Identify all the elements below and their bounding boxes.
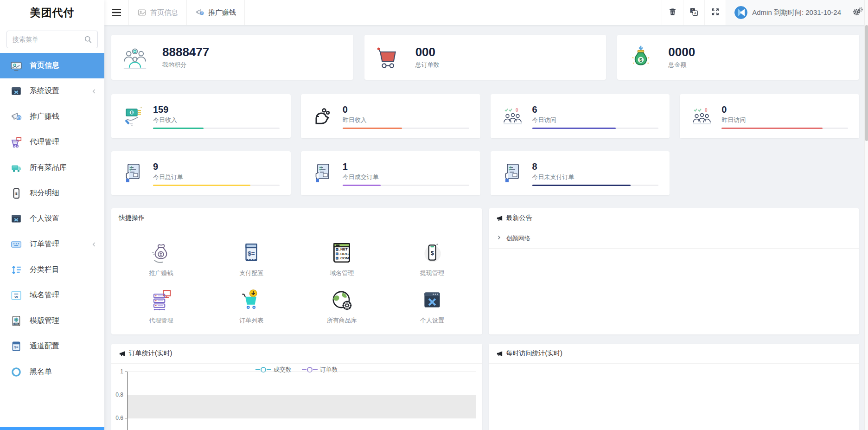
- order-stats-chart: 成交数 订单数 10.80.6: [111, 364, 482, 430]
- sidebar-item-home-info[interactable]: 首页信息: [0, 53, 104, 78]
- qa-domain-icon: .NET.ORG.COM: [329, 240, 354, 265]
- stat-progress-track: [153, 185, 280, 186]
- quick-action-domain-manage[interactable]: .NET.ORG.COM 域名管理: [297, 240, 387, 277]
- sidebar-item-dishes-library[interactable]: 所有菜品库: [0, 155, 104, 180]
- svg-text:$=: $=: [248, 250, 255, 257]
- fullscreen-button[interactable]: [704, 0, 726, 25]
- menu-search: [6, 31, 98, 48]
- chart-split-band: [128, 395, 476, 418]
- announcement-item[interactable]: 创颜网络: [489, 228, 860, 249]
- legend-item[interactable]: 成交数: [255, 366, 292, 374]
- page-scrollbar[interactable]: [864, 0, 868, 430]
- svg-text:$: $: [431, 250, 434, 257]
- stat-progress-fill: [532, 185, 631, 186]
- chevron-left-icon: [90, 241, 98, 248]
- quick-action-withdraw-manage[interactable]: $ 提现管理: [387, 240, 478, 277]
- quick-action-goods-library[interactable]: 所有商品库: [297, 288, 387, 325]
- stat-card-yesterday-visits[interactable]: 0 0 昨日访问: [680, 94, 859, 138]
- sidebar-item-order-manage[interactable]: 订单管理: [0, 231, 104, 257]
- stat-progress-fill: [343, 128, 402, 129]
- stat-progress-track: [721, 128, 848, 129]
- chart-legend: 成交数 订单数: [111, 366, 482, 374]
- stat-card-today-unpaid-orders[interactable]: 8 今日未支付订单: [491, 151, 670, 195]
- dishes-library-icon: [10, 162, 22, 174]
- quick-action-personal-settings[interactable]: 个人设置: [387, 288, 478, 325]
- order-stats-chart-panel: 订单统计(实时) 成交数 订单数 10.80.6: [111, 344, 482, 430]
- sidebar-item-domain-manage[interactable]: w 域名管理: [0, 282, 104, 308]
- clear-cache-button[interactable]: [662, 0, 683, 25]
- overview-card-total-orders[interactable]: 000 总订单数: [364, 35, 606, 80]
- visits-icon: 0: [691, 105, 713, 128]
- quick-action-pay-config[interactable]: $= 支付配置: [206, 240, 297, 277]
- stat-card-today-income[interactable]: $ 159 今日收入: [111, 94, 291, 138]
- stat-card-today-visits[interactable]: 0 6 今日访问: [491, 94, 670, 138]
- chart-ytick-label: 1: [111, 368, 123, 375]
- svg-text:$: $: [18, 116, 20, 120]
- stat-progress-fill: [721, 128, 823, 129]
- trash-icon: [668, 7, 677, 18]
- channel-config-icon: $=: [10, 340, 22, 353]
- tab-promote-earn[interactable]: $ 推广赚钱: [187, 0, 245, 25]
- chart-ytick-label: 0.8: [111, 391, 123, 398]
- quick-action-promote-earn[interactable]: 推广赚钱: [116, 240, 206, 277]
- template-manage-icon: HTML: [10, 315, 22, 327]
- topbar: 首页信息 $ 推广赚钱 文A Admin 到期时间: 2031-10-24: [104, 0, 868, 25]
- search-icon: [83, 35, 93, 44]
- hourly-visits-chart-title: 每时访问统计(实时): [506, 349, 562, 358]
- hamburger-menu-icon[interactable]: [104, 0, 128, 25]
- stat-progress-track: [343, 185, 469, 186]
- quick-action-order-list[interactable]: 订单列表: [206, 288, 297, 325]
- megaphone-icon: [119, 350, 126, 357]
- megaphone-icon: [496, 215, 503, 222]
- promote-earn-icon: $: [10, 111, 22, 123]
- quick-actions-panel: 快捷操作 推广赚钱 $= 支付配置 .NET.ORG.COM 域名管理 $ 提现…: [111, 208, 482, 334]
- chevron-left-icon: [90, 88, 98, 95]
- sidebar-item-personal-settings[interactable]: 个人设置: [0, 206, 104, 231]
- quick-action-agent-manage[interactable]: 代理管理: [116, 288, 206, 325]
- hourly-visits-chart: [489, 364, 860, 430]
- svg-text:$: $: [201, 12, 203, 14]
- hourly-visits-chart-panel: 每时访问统计(实时): [489, 344, 860, 430]
- legend-item[interactable]: 订单数: [302, 366, 338, 374]
- sidebar-item-agent-manage[interactable]: 代理管理: [0, 129, 104, 155]
- svg-text:w: w: [14, 294, 18, 299]
- overview-card-my-points[interactable]: 8888477 我的积分: [111, 35, 353, 80]
- stat-card-yesterday-income[interactable]: 0 昨日收入: [301, 94, 480, 138]
- svg-text:.COM: .COM: [339, 256, 349, 260]
- overview-card-total-amount[interactable]: $ 0000 总金额: [617, 35, 859, 80]
- stat-cards-row3: 9 今日总订单 1 今日成交订单 8 今日未支付订单: [111, 151, 859, 195]
- language-switch-button[interactable]: 文A: [683, 0, 704, 25]
- svg-text:0: 0: [705, 108, 708, 113]
- sidebar-item-channel-config[interactable]: $= 通道配置: [0, 334, 104, 359]
- sidebar-item-points-detail[interactable]: $ 积分明细: [0, 180, 104, 206]
- sidebar-item-template-manage[interactable]: HTML 模版管理: [0, 308, 104, 334]
- agent-manage-icon: [10, 136, 22, 148]
- stat-cards-row2: $ 159 今日收入 0 昨日收入 0 6 今日访问 0 0: [111, 94, 859, 138]
- stat-card-today-total-orders[interactable]: 9 今日总订单: [111, 151, 291, 195]
- visits-icon: 0: [502, 105, 524, 128]
- home-info-icon: [10, 60, 22, 72]
- svg-text:$: $: [15, 191, 18, 195]
- gears-icon: [853, 7, 863, 18]
- blacklist-icon: [10, 366, 22, 378]
- chart-gridline: [128, 372, 476, 372]
- sidebar-item-blacklist[interactable]: 黑名单: [0, 359, 104, 385]
- system-settings-icon: [10, 85, 22, 97]
- stat-progress-track: [532, 128, 659, 129]
- stat-progress-fill: [153, 185, 250, 186]
- sidebar-bottom-bar: [0, 427, 104, 430]
- qa-goods-icon: [329, 288, 354, 313]
- qa-personal-icon: [420, 288, 445, 313]
- scrollbar-thumb[interactable]: [865, 25, 868, 141]
- megaphone-icon: [496, 350, 503, 357]
- tab-home-info[interactable]: 首页信息: [128, 0, 187, 25]
- points-detail-icon: $: [10, 187, 22, 199]
- sidebar-item-promote-earn[interactable]: $ 推广赚钱: [0, 104, 104, 129]
- qa-pay-icon: $=: [239, 240, 264, 265]
- stat-card-today-deal-orders[interactable]: 1 今日成交订单: [301, 151, 480, 195]
- chart-y-axis: [127, 372, 128, 430]
- sidebar-item-category-columns[interactable]: 分类栏目: [0, 257, 104, 282]
- tab-promote-icon: $: [195, 8, 204, 17]
- sidebar-item-system-settings[interactable]: 系统设置: [0, 78, 104, 104]
- user-menu[interactable]: Admin 到期时间: 2031-10-24: [726, 0, 848, 25]
